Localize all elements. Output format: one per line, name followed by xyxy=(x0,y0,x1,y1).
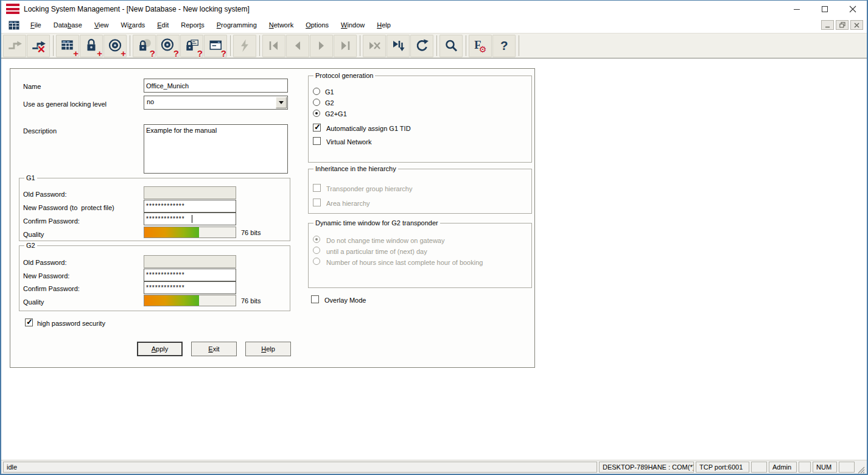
nav-last-icon[interactable] xyxy=(334,35,357,57)
g2-quality-bar-fill xyxy=(144,295,199,306)
menu-view[interactable]: View xyxy=(88,19,115,31)
g2-old-password-label: Old Password: xyxy=(23,258,67,267)
status-empty-cell xyxy=(751,462,767,473)
g1-confirm-password-value: ************* xyxy=(146,216,185,222)
read-window-icon[interactable]: ? xyxy=(204,35,227,57)
app-logo-icon xyxy=(6,4,19,14)
toolbar-separator xyxy=(360,35,360,56)
protocol-g2g1-label: G2+G1 xyxy=(325,110,347,118)
g2-new-password-input[interactable]: ************* xyxy=(144,269,236,281)
menu-window[interactable]: Window xyxy=(335,19,371,31)
toolbar-separator xyxy=(230,35,231,56)
virtual-network-label: Virtual Network xyxy=(326,138,371,146)
protocol-generation-title: Protocol generation xyxy=(313,71,375,80)
status-empty-cell xyxy=(839,462,855,473)
help-icon[interactable]: ? xyxy=(492,35,516,57)
general-locking-level-select[interactable]: no xyxy=(144,96,288,110)
transponder-group-hierarchy-label: Transponder group hierarchy xyxy=(326,185,412,193)
overlay-mode-label: Overlay Mode xyxy=(324,296,366,304)
menu-file[interactable]: File xyxy=(24,19,47,31)
toolbar: ✕ + + + ? ? ? ? xyxy=(1,33,867,58)
menu-programming[interactable]: Programming xyxy=(211,19,263,31)
status-connection: DESKTOP-789HANE : COM(*) xyxy=(599,462,694,473)
mdi-minimize-icon[interactable] xyxy=(821,20,834,30)
resize-grip-icon[interactable] xyxy=(856,465,865,474)
help-button[interactable]: Help xyxy=(245,342,291,356)
protocol-g1-radio[interactable] xyxy=(313,88,320,95)
g1-quality-bar xyxy=(144,227,236,238)
sync-arrows-icon[interactable] xyxy=(3,35,26,57)
toolbar-separator xyxy=(436,35,437,56)
search-icon[interactable] xyxy=(439,35,463,57)
g1-quality-label: Quality xyxy=(23,230,44,239)
refresh-icon[interactable] xyxy=(410,35,433,57)
general-locking-level-label: Use as general locking level xyxy=(23,100,107,108)
menu-options[interactable]: Options xyxy=(299,19,335,31)
g1-new-password-input[interactable]: ************* xyxy=(144,200,236,213)
document-system-icon[interactable] xyxy=(9,21,19,30)
menu-reports[interactable]: Reports xyxy=(175,19,211,31)
transponder-group-hierarchy-checkbox xyxy=(313,184,321,192)
menu-network[interactable]: Network xyxy=(263,19,299,31)
menu-edit[interactable]: Edit xyxy=(151,19,175,31)
g2-quality-bar xyxy=(144,295,236,306)
virtual-network-checkbox[interactable] xyxy=(313,137,321,145)
g2-confirm-password-label: Confirm Password: xyxy=(23,284,80,293)
auto-assign-g1-tid-checkbox[interactable] xyxy=(313,124,321,132)
maximize-icon[interactable] xyxy=(811,1,839,17)
nav-next-icon[interactable] xyxy=(310,35,333,57)
mdi-client-area: Name Use as general locking level no Des… xyxy=(1,58,867,460)
new-locking-system-icon[interactable]: + xyxy=(56,35,79,57)
toolbar-separator xyxy=(53,35,54,56)
status-message: idle xyxy=(3,462,597,473)
until-particular-time-label: until a particular time of (next) day xyxy=(326,247,427,256)
g1-quality-bits: 76 bits xyxy=(241,228,261,237)
cancel-navigation-icon[interactable] xyxy=(363,35,386,57)
disconnect-icon[interactable]: ✕ xyxy=(27,35,50,57)
window-title: Locking System Management - [New Databas… xyxy=(24,5,250,13)
protocol-g2-radio[interactable] xyxy=(313,99,320,106)
program-flash-icon[interactable] xyxy=(233,35,256,57)
name-input[interactable] xyxy=(144,79,288,93)
nav-first-icon[interactable] xyxy=(262,35,285,57)
dynamic-time-window-title: Dynamic time window for G2 transponder xyxy=(313,219,440,227)
goto-record-icon[interactable] xyxy=(387,35,410,57)
menu-help[interactable]: Help xyxy=(371,19,397,31)
nav-previous-icon[interactable] xyxy=(286,35,309,57)
mdi-restore-icon[interactable] xyxy=(836,20,849,30)
toolbar-separator xyxy=(130,35,130,56)
g1-confirm-password-input[interactable]: ************* xyxy=(144,213,236,225)
close-icon[interactable] xyxy=(839,1,867,17)
menu-database[interactable]: Database xyxy=(47,19,88,31)
new-lock-icon[interactable]: + xyxy=(80,35,103,57)
description-label: Description xyxy=(23,127,57,135)
menu-wizards[interactable]: Wizards xyxy=(115,19,152,31)
new-transponder-icon[interactable]: + xyxy=(103,35,127,57)
high-password-security-label: high password security xyxy=(37,319,105,328)
combo-dropdown-icon[interactable] xyxy=(276,97,287,108)
filter-settings-icon[interactable]: F⚙ xyxy=(469,35,492,57)
g2-old-password-input xyxy=(144,255,236,268)
read-lock-icon[interactable]: ? xyxy=(133,35,156,57)
g1-quality-bar-fill xyxy=(144,227,199,237)
inheritance-title: Inheritance in the hierarchy xyxy=(313,164,398,173)
auto-assign-g1-tid-label: Automatically assign G1 TID xyxy=(326,124,411,133)
exit-button[interactable]: Exit xyxy=(191,342,237,356)
high-password-security-checkbox[interactable] xyxy=(25,318,33,326)
read-lock-network-icon[interactable]: ? xyxy=(180,35,203,57)
mdi-close-icon[interactable] xyxy=(850,20,863,30)
g1-confirm-password-label: Confirm Password: xyxy=(23,217,80,225)
apply-button[interactable]: Apply xyxy=(137,342,183,356)
status-tcp-port: TCP port:6001 xyxy=(696,462,749,473)
text-caret xyxy=(192,215,192,223)
toolbar-separator xyxy=(259,35,260,56)
minimize-icon[interactable] xyxy=(783,1,811,17)
description-textarea[interactable]: Example for the manual xyxy=(144,124,288,174)
no-change-time-window-radio xyxy=(313,236,320,243)
protocol-g2g1-radio[interactable] xyxy=(313,110,320,117)
g2-confirm-password-input[interactable]: ************* xyxy=(144,281,236,294)
read-transponder-icon[interactable]: ? xyxy=(156,35,180,57)
area-hierarchy-checkbox xyxy=(313,199,321,206)
g2-confirm-password-value: ************* xyxy=(146,284,185,291)
overlay-mode-checkbox[interactable] xyxy=(311,295,319,303)
